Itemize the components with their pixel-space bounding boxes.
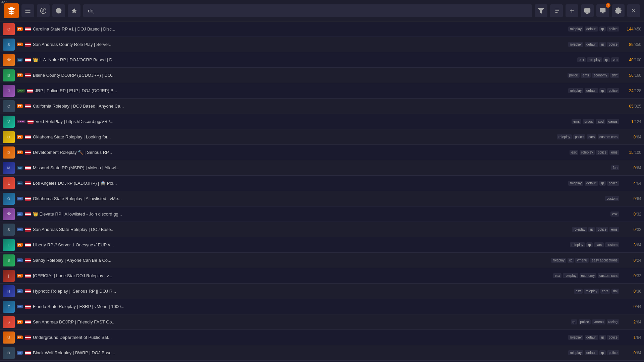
server-tag[interactable]: police [607, 88, 619, 93]
server-tag[interactable]: economy [580, 273, 597, 278]
server-row[interactable]: BAeBlack Wolf Roleplay | BWRP | DOJ Base… [0, 345, 644, 361]
server-tag[interactable]: rp [588, 227, 595, 232]
server-tag[interactable]: custom cars [598, 273, 619, 278]
server-tag[interactable]: custom [605, 242, 619, 247]
server-tag[interactable]: roleplay [587, 57, 602, 62]
server-row[interactable]: �Au👑 L.A. Noire RP | DOJ/OCRP Based | D.… [0, 52, 644, 68]
server-tag[interactable]: police [607, 42, 619, 47]
server-tag[interactable]: roleplay [570, 242, 585, 247]
server-tag[interactable]: economy [592, 73, 609, 78]
server-tag[interactable]: vmenu [592, 319, 605, 324]
server-tag[interactable]: police [596, 227, 608, 232]
server-tag[interactable]: roleplay [557, 134, 572, 139]
server-row[interactable]: SAeSan Andreas State Roleplay | DOJ Base… [0, 222, 644, 237]
server-row[interactable]: UPTUnderground Department of Public Saf.… [0, 330, 644, 345]
server-row[interactable]: NAeNew Chance Role Play | Hiring all Dep… [0, 361, 644, 362]
server-tag[interactable]: drift [610, 73, 619, 78]
server-tag[interactable]: esx [553, 273, 562, 278]
server-tag[interactable]: police [579, 319, 591, 324]
server-tag[interactable]: esx [574, 289, 583, 294]
server-row[interactable]: LAuLos Angeles DOJRP (LADOJRP) | 🚔 Pol..… [0, 176, 644, 191]
server-tag[interactable]: roleplay [568, 26, 583, 32]
server-tag[interactable]: rp [599, 26, 606, 32]
server-tag[interactable]: custom cars [598, 134, 619, 139]
server-tag[interactable]: vrp [611, 57, 619, 62]
server-tag[interactable]: cars [594, 242, 604, 247]
server-row[interactable]: LPTLiberty RP // Server 1 Onesync // EUP… [0, 237, 644, 253]
server-row[interactable]: JJRPJRP | Police RP | EUP | DOJ (DOJRP) … [0, 83, 644, 99]
server-row[interactable]: CPTCalifornia Roleplay | DOJ Based | Any… [0, 99, 644, 114]
server-tag[interactable]: default [585, 335, 598, 340]
server-tag[interactable]: ems [572, 119, 581, 124]
server-tag[interactable]: rp [599, 335, 606, 340]
server-tag[interactable]: roleplay [572, 227, 587, 232]
menu-button[interactable] [21, 4, 34, 17]
server-tag[interactable]: racing [607, 319, 619, 324]
server-tag[interactable]: default [585, 88, 598, 93]
server-tag[interactable]: easy applications [590, 258, 619, 263]
server-tag[interactable]: rp [599, 42, 606, 47]
server-tag[interactable]: default [585, 26, 598, 32]
money-button[interactable]: $ [37, 4, 50, 17]
server-tag[interactable]: cars [600, 289, 610, 294]
filter-button[interactable] [535, 4, 547, 17]
server-tag[interactable]: rp [599, 181, 606, 186]
server-tag[interactable]: rp [568, 258, 574, 263]
server-tag[interactable]: lspd [596, 119, 605, 124]
server-tag[interactable]: rp [599, 350, 606, 355]
server-tag[interactable]: roleplay [551, 258, 566, 263]
server-tag[interactable]: police [568, 73, 580, 78]
server-row[interactable]: SPTSan Andreas County Role Play | Server… [0, 37, 644, 52]
server-row[interactable]: DPTDevelopment Roleplay 🔨 | Serious RP..… [0, 145, 644, 160]
server-row[interactable]: BPTBlaine County DOJRP (BCDOJRP) | DO...… [0, 68, 644, 83]
server-row[interactable]: MAuMissouri State RP (MSRP) | vMenu | Al… [0, 160, 644, 176]
server-row[interactable]: FAeFlorida State Roleplay | FSRP | vMenu… [0, 299, 644, 314]
close-button[interactable] [627, 4, 640, 17]
add-button[interactable] [566, 4, 578, 17]
server-tag[interactable]: drugs [583, 119, 594, 124]
server-tag[interactable]: police [607, 350, 619, 355]
server-tag[interactable]: gangs [607, 119, 619, 124]
server-row[interactable]: SAeSandy Roleplay | Anyone Can Be a Co..… [0, 253, 644, 268]
server-tag[interactable]: rp [599, 88, 606, 93]
server-tag[interactable]: esx [577, 57, 586, 62]
history-button[interactable] [52, 4, 65, 17]
server-tag[interactable]: roleplay [563, 273, 578, 278]
server-tag[interactable]: doj [611, 289, 619, 294]
search-input[interactable] [88, 8, 527, 13]
server-tag[interactable]: fun [611, 165, 619, 170]
server-tag[interactable]: police [573, 134, 585, 139]
server-tag[interactable]: rp [603, 57, 610, 62]
server-tag[interactable]: default [585, 181, 598, 186]
server-tag[interactable]: roleplay [584, 289, 599, 294]
server-row[interactable]: [PT[OFFICIAL] Lone Star DOJ Roleplay | v… [0, 268, 644, 284]
server-row[interactable]: SPTSan Andreas DOJRP | Friendly FAST Go.… [0, 314, 644, 330]
server-tag[interactable]: roleplay [568, 88, 583, 93]
server-tag[interactable]: vmenu [575, 258, 589, 263]
logo-button[interactable] [4, 3, 19, 18]
server-tag[interactable]: roleplay [568, 181, 583, 186]
server-row[interactable]: OAeOklahoma State Roleplay | Allowlisted… [0, 191, 644, 206]
settings-button[interactable] [612, 4, 625, 17]
server-tag[interactable]: esx [570, 150, 578, 155]
server-tag[interactable]: default [585, 42, 598, 47]
server-row[interactable]: CPTCarolina State RP #1 | DOJ Based | Di… [0, 21, 644, 37]
server-tag[interactable]: ems [609, 150, 619, 155]
server-row[interactable]: OPTOklahoma State Roleplay | Looking for… [0, 129, 644, 145]
server-row[interactable]: VVRPDVoid RolePlay | https://Discord.gg/… [0, 114, 644, 129]
favorites-button[interactable] [68, 4, 80, 17]
server-tag[interactable]: default [585, 350, 598, 355]
server-tag[interactable]: roleplay [568, 42, 583, 47]
screen-button[interactable] [581, 4, 594, 17]
server-tag[interactable]: roleplay [568, 335, 583, 340]
server-tag[interactable]: police [607, 181, 619, 186]
server-tag[interactable]: cars [587, 134, 596, 139]
server-tag[interactable]: custom [605, 196, 619, 201]
sort-button[interactable] [550, 4, 563, 17]
server-tag[interactable]: rp [586, 242, 593, 247]
server-row[interactable]: �Ae👑 Elevate RP | Allowlisted - Join dis… [0, 206, 644, 222]
server-tag[interactable]: rp [571, 319, 577, 324]
server-tag[interactable]: esx [610, 212, 619, 217]
server-tag[interactable]: ems [609, 227, 619, 232]
server-tag[interactable]: roleplay [580, 150, 595, 155]
